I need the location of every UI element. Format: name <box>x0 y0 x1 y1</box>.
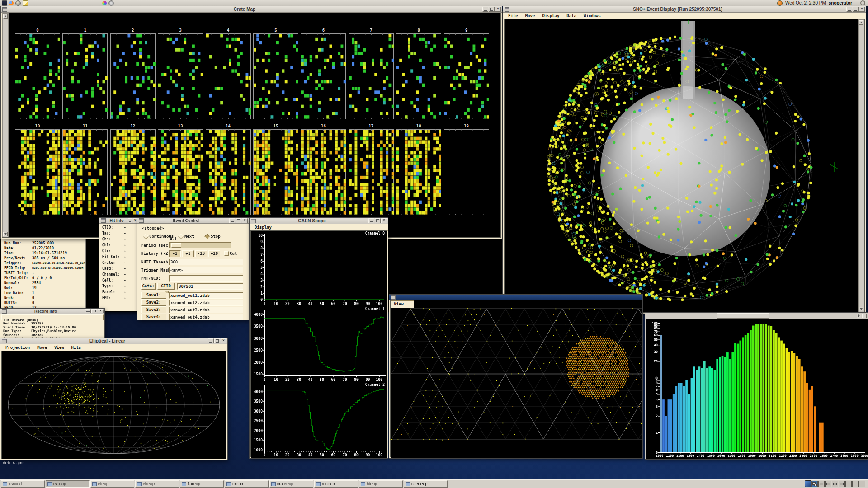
menu-hits[interactable]: Hits <box>68 344 85 351</box>
maximize-button[interactable] <box>853 7 859 12</box>
crate-panel-7[interactable]: 7 <box>349 33 394 119</box>
period-slider-thumb[interactable] <box>171 243 181 248</box>
crate-panel-9[interactable]: 9 <box>444 33 489 119</box>
crate-hitmap[interactable] <box>349 129 394 215</box>
crate-panel-6[interactable]: 6 <box>301 33 346 119</box>
crate-hitmap[interactable] <box>62 33 108 119</box>
minimize-button[interactable] <box>846 7 852 12</box>
crate-panel-8[interactable]: 8 <box>396 33 441 119</box>
clock-icon[interactable] <box>777 0 783 6</box>
color-app-icon[interactable] <box>102 1 107 5</box>
crate-panel-18[interactable]: 18 <box>396 129 441 215</box>
maximize-button[interactable] <box>91 309 97 313</box>
save-button-4[interactable]: Save4: <box>141 314 166 320</box>
crate-hitmap[interactable] <box>301 129 346 215</box>
taskbar-item-xsnoed[interactable]: xsnoed <box>1 480 45 488</box>
save-button-3[interactable]: Save3: <box>141 306 166 313</box>
maximize-button[interactable] <box>375 218 381 223</box>
history-button-+1[interactable]: +1 <box>182 250 194 257</box>
window-menu-icon[interactable] <box>251 219 256 223</box>
workspace-cell-2[interactable] <box>818 481 825 487</box>
crate-panel-2[interactable]: 2 <box>110 33 156 119</box>
taskbar-item-eiPop[interactable]: eiPop <box>90 480 134 488</box>
crate-hitmap[interactable] <box>15 33 60 119</box>
crate-panel-11[interactable]: 11 <box>62 129 108 215</box>
crate-hitmap[interactable] <box>206 129 251 215</box>
detector-sphere-view[interactable] <box>505 19 859 312</box>
pmt-ncd-field[interactable] <box>169 275 243 282</box>
elliptical-projection-view[interactable] <box>2 351 226 459</box>
menu-display[interactable]: Display <box>538 13 563 19</box>
crate-hitmap[interactable] <box>206 33 251 119</box>
image-viewer-icon[interactable] <box>805 480 811 487</box>
taskbar-item-cratePop[interactable]: cratePop <box>269 480 313 488</box>
window-menu-icon[interactable] <box>2 309 7 314</box>
crate-hitmap[interactable] <box>62 129 108 215</box>
crate-panel-0[interactable]: 0 <box>15 33 60 119</box>
menu-display[interactable]: Display <box>251 224 275 230</box>
save-file-field-2[interactable] <box>169 300 243 306</box>
crate-panel-10[interactable]: 10 <box>15 129 60 215</box>
history-button--1[interactable]: -1 <box>169 250 181 257</box>
crate-map-titlebar[interactable]: Crate Map × <box>1 6 502 13</box>
goto-gtid-field[interactable] <box>177 283 243 290</box>
elliptical-titlebar[interactable]: Elliptical - Linear × <box>0 338 227 344</box>
minimize-button[interactable] <box>128 218 132 223</box>
window-menu-icon[interactable] <box>101 218 106 223</box>
menu-data[interactable]: Data <box>563 13 580 19</box>
crate-hitmap[interactable] <box>349 33 394 119</box>
globe-icon[interactable] <box>15 0 21 6</box>
window-menu-icon[interactable] <box>2 339 7 343</box>
maximize-button[interactable] <box>489 7 495 12</box>
close-button[interactable]: × <box>221 338 226 343</box>
trigger-mask-field[interactable] <box>169 267 243 273</box>
taskbar-item-recPop[interactable]: recPop <box>314 480 358 488</box>
radio-continuous[interactable] <box>143 234 149 239</box>
close-button[interactable]: × <box>242 218 248 223</box>
gear-app-icon[interactable] <box>108 0 114 6</box>
window-menu-icon[interactable] <box>2 7 7 12</box>
scroll-right-arrow[interactable] <box>857 314 861 318</box>
save-button-2[interactable]: Save2: <box>141 299 166 306</box>
save-file-field-3[interactable] <box>169 307 243 313</box>
scroll-down-arrow[interactable] <box>3 232 8 236</box>
radio-stop[interactable] <box>204 234 210 239</box>
crate-panel-15[interactable]: 15 <box>253 129 298 215</box>
window-menu-icon[interactable] <box>391 295 396 300</box>
power-icon[interactable] <box>860 0 865 5</box>
crate-panel-13[interactable]: 13 <box>158 129 203 215</box>
taskbar-item-evtPop[interactable]: evtPop <box>46 480 90 488</box>
goto-type-dropdown[interactable]: GTID <box>157 283 175 290</box>
close-button[interactable]: × <box>859 7 865 12</box>
event-display-scrollbar[interactable] <box>858 19 864 312</box>
crate-hitmap[interactable] <box>15 129 60 215</box>
workspace-cell-6[interactable] <box>845 481 852 487</box>
crate-hitmap[interactable] <box>444 33 489 119</box>
crate-hitmap[interactable] <box>444 129 489 215</box>
crate-panel-5[interactable]: 5 <box>253 33 298 119</box>
crate-panel-3[interactable]: 3 <box>158 33 203 119</box>
crate-panel-14[interactable]: 14 <box>206 129 251 215</box>
scroll-up-arrow[interactable] <box>859 20 863 25</box>
minimize-button[interactable] <box>208 338 214 343</box>
menu-move[interactable]: Move <box>522 13 539 19</box>
cut-checkbox[interactable] <box>224 251 229 256</box>
menu-move[interactable]: Move <box>33 344 51 351</box>
event-display-titlebar[interactable]: SNO+ Event Display [Run 252095:307501] × <box>503 6 866 13</box>
close-button[interactable]: × <box>133 218 137 223</box>
scroll-up-arrow[interactable] <box>3 14 8 19</box>
close-button[interactable]: × <box>495 7 501 12</box>
taskbar-item-caenPop[interactable]: caenPop <box>404 480 448 488</box>
save-file-field-4[interactable] <box>169 314 243 320</box>
workspace-cell-5[interactable] <box>839 481 845 487</box>
taskbar-item-hiPop[interactable]: hiPop <box>359 480 403 488</box>
crate-hitmap[interactable] <box>253 33 298 119</box>
taskbar-item-tpPop[interactable]: tpPop <box>225 480 269 488</box>
close-button[interactable]: × <box>98 309 104 313</box>
window-menu-icon[interactable] <box>139 218 144 223</box>
crate-hitmap[interactable] <box>253 129 298 215</box>
crate-panel-16[interactable]: 16 <box>301 129 346 215</box>
histogram-range-scrollbar[interactable] <box>645 313 868 319</box>
save-file-field-1[interactable] <box>169 292 243 299</box>
workspace-cell-8[interactable] <box>859 481 865 487</box>
